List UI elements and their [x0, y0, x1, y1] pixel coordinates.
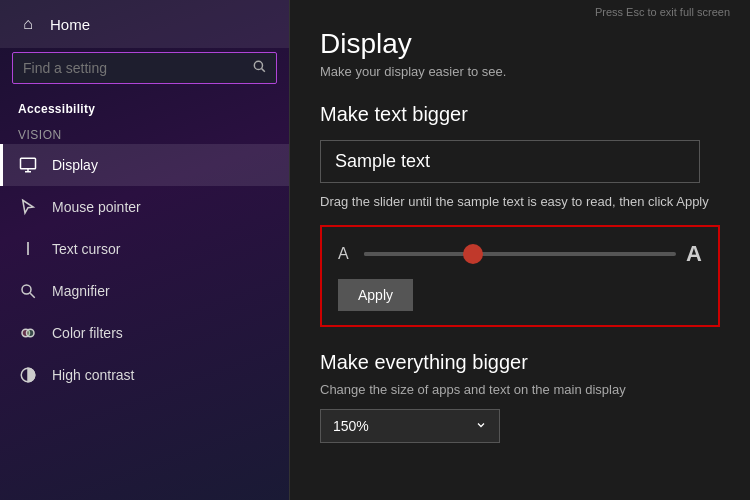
sidebar-item-label-text-cursor: Text cursor	[52, 241, 120, 257]
slider-fill	[364, 252, 473, 256]
page-subtitle: Make your display easier to see.	[320, 64, 720, 79]
sidebar-item-color-filters[interactable]: Color filters	[0, 312, 289, 354]
sidebar-item-magnifier[interactable]: Magnifier	[0, 270, 289, 312]
slider-container: A A Apply	[320, 225, 720, 327]
search-box[interactable]	[12, 52, 277, 84]
sidebar-item-mouse-pointer[interactable]: Mouse pointer	[0, 186, 289, 228]
apply-label: Apply	[358, 287, 393, 303]
home-icon: ⌂	[18, 14, 38, 34]
search-input[interactable]	[23, 60, 244, 76]
page-title: Display	[320, 28, 720, 60]
high-contrast-icon	[18, 365, 38, 385]
sidebar-item-display[interactable]: Display	[0, 144, 289, 186]
sidebar-item-label-magnifier: Magnifier	[52, 283, 110, 299]
sidebar-item-text-cursor[interactable]: I Text cursor	[0, 228, 289, 270]
sample-text: Sample text	[335, 151, 430, 171]
svg-rect-2	[21, 158, 36, 169]
sidebar: ⌂ Home Accessibility Vision Display	[0, 0, 290, 500]
search-icon	[252, 59, 266, 77]
sidebar-item-label-mouse-pointer: Mouse pointer	[52, 199, 141, 215]
sidebar-item-home[interactable]: ⌂ Home	[0, 0, 289, 48]
slider-thumb[interactable]	[463, 244, 483, 264]
slider-description: Drag the slider until the sample text is…	[320, 193, 720, 211]
svg-point-0	[254, 61, 262, 69]
dropdown-value: 150%	[333, 418, 369, 434]
section2-description: Change the size of apps and text on the …	[320, 382, 720, 397]
chevron-down-icon	[475, 418, 487, 434]
display-icon	[18, 155, 38, 175]
main-content: Press Esc to exit full screen Display Ma…	[290, 0, 750, 500]
slider-label-large: A	[686, 241, 702, 267]
svg-line-6	[30, 293, 35, 298]
svg-point-8	[27, 329, 35, 337]
mouse-pointer-icon	[18, 197, 38, 217]
sidebar-item-label-high-contrast: High contrast	[52, 367, 134, 383]
section1-title: Make text bigger	[320, 103, 720, 126]
home-label: Home	[50, 16, 90, 33]
sample-text-display: Sample text	[320, 140, 700, 183]
sidebar-item-high-contrast[interactable]: High contrast	[0, 354, 289, 396]
svg-point-5	[22, 285, 31, 294]
slider-label-small: A	[338, 245, 354, 263]
slider-track[interactable]	[364, 252, 676, 256]
apply-button[interactable]: Apply	[338, 279, 413, 311]
svg-line-1	[262, 69, 265, 72]
top-hint: Press Esc to exit full screen	[595, 6, 730, 18]
sidebar-vision-label: Vision	[0, 120, 289, 144]
sidebar-item-label-color-filters: Color filters	[52, 325, 123, 341]
sidebar-item-label-display: Display	[52, 157, 98, 173]
color-filters-icon	[18, 323, 38, 343]
sidebar-category-label: Accessibility	[0, 92, 289, 120]
size-dropdown[interactable]: 150%	[320, 409, 500, 443]
text-cursor-icon: I	[18, 239, 38, 259]
magnifier-icon	[18, 281, 38, 301]
slider-row: A A	[338, 241, 702, 267]
section2-title: Make everything bigger	[320, 351, 720, 374]
